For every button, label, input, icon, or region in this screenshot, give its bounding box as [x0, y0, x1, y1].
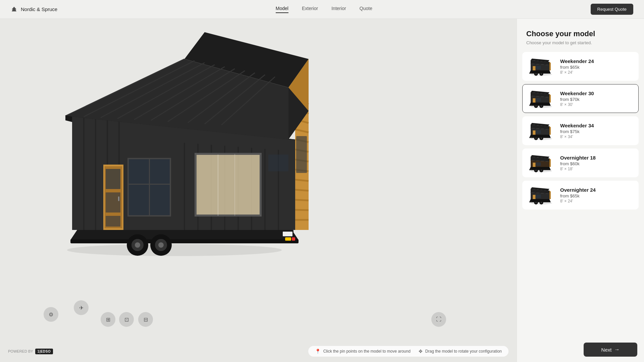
- svg-rect-66: [170, 158, 171, 217]
- tab-model[interactable]: Model: [276, 6, 288, 13]
- model-name: Overnighter 18: [560, 155, 633, 161]
- model-price: from $65k: [560, 193, 633, 198]
- svg-point-13: [158, 242, 164, 248]
- hint-pin: 📍 Click the pin points on the model to m…: [315, 349, 411, 354]
- hint-bar: 📍 Click the pin points on the model to m…: [308, 346, 508, 357]
- model-thumbnail: [528, 185, 555, 205]
- svg-rect-72: [195, 153, 197, 217]
- hint-drag-text: Drag the model to rotate your configurat…: [425, 349, 502, 354]
- panel-subtitle: Choose your model to get started.: [526, 40, 635, 45]
- model-card[interactable]: Weekender 34 from $75k 8' × 34': [522, 116, 639, 145]
- model-card[interactable]: Weekender 30 from $70k 8' × 30': [522, 84, 639, 113]
- next-arrow: →: [614, 347, 620, 353]
- svg-rect-90: [533, 66, 535, 70]
- svg-point-101: [535, 105, 537, 107]
- hint-drag: ✥ Drag the model to rotate your configur…: [419, 349, 502, 354]
- model-card[interactable]: Overnighter 24 from $65k 8' × 24': [522, 181, 639, 209]
- model-size: 8' × 34': [560, 134, 633, 139]
- gallery-button[interactable]: ⊟: [138, 312, 153, 327]
- svg-rect-70: [195, 153, 262, 217]
- svg-rect-148: [529, 201, 532, 202]
- next-label: Next: [601, 347, 612, 353]
- svg-rect-61: [106, 216, 120, 227]
- logo: Nordic & Spruce: [11, 6, 57, 13]
- powered-by-logo: 1|EDSO: [35, 349, 53, 354]
- svg-marker-113: [549, 126, 551, 135]
- model-info: Overnighter 18 from $60k 8' × 18': [560, 155, 633, 171]
- model-name: Weekender 24: [560, 58, 633, 64]
- model-price: from $70k: [560, 97, 633, 102]
- svg-rect-3: [70, 239, 299, 243]
- tab-exterior[interactable]: Exterior: [302, 6, 318, 13]
- svg-rect-62: [118, 196, 119, 201]
- svg-marker-99: [549, 94, 551, 103]
- logo-text: Nordic & Spruce: [21, 6, 57, 12]
- svg-rect-77: [296, 136, 307, 173]
- navigate-button[interactable]: ✈: [74, 300, 89, 315]
- model-viewer[interactable]: ⚙ ✈ ⊞ ⊡ ⊟ ⛶ POWERED BY 1|EDSO 📍 Click: [0, 19, 517, 362]
- svg-marker-0: [12, 7, 16, 11]
- svg-rect-146: [533, 195, 535, 199]
- svg-rect-119: [536, 130, 541, 133]
- svg-rect-132: [533, 163, 535, 167]
- request-quote-button[interactable]: Request Quote: [591, 4, 633, 15]
- svg-rect-78: [268, 155, 288, 171]
- gallery-button-container: ⊟: [138, 312, 153, 327]
- view-button[interactable]: ⊡: [119, 312, 134, 327]
- panel-footer: Next →: [517, 337, 644, 362]
- svg-rect-7: [283, 232, 292, 236]
- settings-button-container: ⚙: [44, 307, 58, 322]
- svg-point-10: [135, 242, 140, 248]
- svg-point-115: [535, 137, 537, 139]
- fullscreen-button[interactable]: ⛶: [431, 312, 446, 327]
- svg-rect-69: [127, 184, 171, 185]
- svg-rect-59: [106, 169, 120, 189]
- svg-line-39: [295, 210, 309, 210]
- next-button[interactable]: Next →: [584, 343, 637, 357]
- svg-point-103: [541, 105, 542, 107]
- model-thumbnail: [528, 153, 555, 173]
- tab-quote[interactable]: Quote: [360, 6, 372, 13]
- right-panel: Choose your model Choose your model to g…: [517, 19, 644, 362]
- model-price: from $65k: [560, 65, 633, 70]
- floor-plan-button[interactable]: ⊞: [101, 312, 115, 327]
- svg-point-129: [535, 170, 537, 171]
- navigate-button-container: ✈: [74, 300, 89, 315]
- settings-button[interactable]: ⚙: [44, 307, 58, 322]
- viewer-controls: POWERED BY 1|EDSO 📍 Click the pin points…: [0, 341, 517, 362]
- model-info: Weekender 34 from $75k 8' × 34': [560, 123, 633, 139]
- model-info: Weekender 24 from $65k 8' × 24': [560, 58, 633, 75]
- pin-icon: 📍: [315, 349, 321, 354]
- svg-point-87: [535, 73, 537, 75]
- svg-rect-106: [529, 105, 532, 106]
- model-card[interactable]: Weekender 24 from $65k 8' × 24': [522, 52, 639, 81]
- model-info: Weekender 30 from $70k 8' × 30': [560, 90, 633, 107]
- svg-point-89: [541, 73, 542, 75]
- view-button-container: ⊡: [119, 312, 134, 327]
- model-size: 8' × 30': [560, 102, 633, 107]
- svg-rect-60: [106, 192, 120, 213]
- model-card[interactable]: Overnighter 18 from $60k 8' × 18': [522, 148, 639, 177]
- model-thumbnail: [528, 121, 555, 141]
- svg-rect-147: [536, 194, 541, 198]
- svg-point-1: [67, 244, 282, 256]
- model-size: 8' × 18': [560, 167, 633, 171]
- model-thumbnail: [528, 56, 555, 76]
- svg-rect-65: [127, 158, 129, 217]
- svg-point-117: [541, 137, 542, 139]
- fullscreen-button-container: ⛶: [431, 312, 446, 327]
- svg-rect-92: [529, 73, 532, 73]
- header: Nordic & Spruce Model Exterior Interior …: [0, 0, 644, 19]
- logo-icon: [11, 6, 17, 13]
- tab-interior[interactable]: Interior: [331, 6, 346, 13]
- powered-by: POWERED BY 1|EDSO: [8, 349, 53, 354]
- main-content: ⚙ ✈ ⊞ ⊡ ⊟ ⛶ POWERED BY 1|EDSO 📍 Click: [0, 19, 644, 362]
- svg-rect-73: [260, 153, 262, 217]
- powered-by-label: POWERED BY: [8, 349, 33, 353]
- svg-point-143: [535, 202, 537, 203]
- svg-rect-5: [292, 237, 295, 241]
- svg-rect-134: [529, 169, 532, 170]
- model-list: Weekender 24 from $65k 8' × 24': [517, 52, 644, 337]
- svg-marker-141: [549, 190, 551, 199]
- svg-line-38: [295, 200, 309, 200]
